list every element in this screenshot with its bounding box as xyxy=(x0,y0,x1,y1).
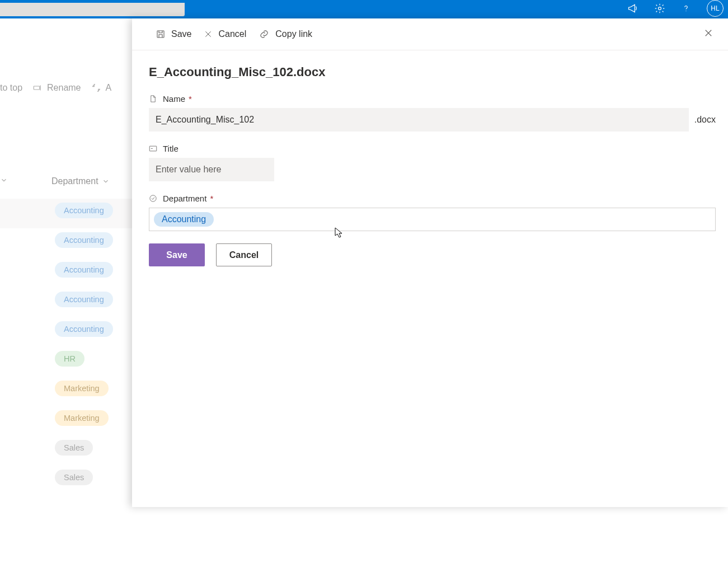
department-pill[interactable]: Accounting xyxy=(55,262,113,278)
choice-icon xyxy=(149,194,157,203)
prev-column-header[interactable] xyxy=(0,176,8,184)
avatar-initials: HL xyxy=(711,4,719,12)
department-pill[interactable]: Sales xyxy=(55,470,93,485)
rename-command[interactable]: Rename xyxy=(32,83,81,93)
help-icon[interactable] xyxy=(681,3,691,15)
svg-rect-3 xyxy=(157,31,164,37)
svg-rect-4 xyxy=(149,146,157,151)
required-asterisk: * xyxy=(210,194,213,203)
pin-to-top-fragment[interactable]: to top xyxy=(0,83,22,93)
department-pill[interactable]: Sales xyxy=(55,440,93,456)
department-column-cells: AccountingAccountingAccountingAccounting… xyxy=(55,203,113,485)
avatar[interactable]: HL xyxy=(707,0,724,17)
file-extension: .docx xyxy=(694,115,716,125)
document-icon xyxy=(149,94,157,104)
close-icon xyxy=(703,28,713,38)
field-name: Name * .docx xyxy=(149,94,716,132)
text-field-icon xyxy=(149,145,157,152)
megaphone-icon[interactable] xyxy=(627,3,638,16)
panel-title: E_Accounting_Misc_102.docx xyxy=(149,65,716,79)
department-pill[interactable]: Accounting xyxy=(55,321,113,337)
edit-properties-panel: Save Cancel Copy link E_Accounting_Misc_… xyxy=(132,18,728,507)
department-tag[interactable]: Accounting xyxy=(154,212,214,227)
chevron-down-icon xyxy=(0,176,8,184)
panel-command-bar: Save Cancel Copy link xyxy=(132,18,728,50)
svg-point-5 xyxy=(150,195,156,201)
department-pill[interactable]: Marketing xyxy=(55,410,109,426)
department-pill[interactable]: Marketing xyxy=(55,381,109,396)
cancel-command[interactable]: Cancel xyxy=(204,29,246,39)
app-launcher-region[interactable] xyxy=(0,3,185,16)
department-input[interactable]: Accounting xyxy=(149,208,716,231)
department-pill[interactable]: HR xyxy=(55,351,84,367)
chevron-down-icon xyxy=(102,177,110,185)
svg-point-1 xyxy=(685,11,686,11)
automate-command-fragment[interactable]: A xyxy=(91,83,112,93)
save-command[interactable]: Save xyxy=(156,29,191,39)
column-header-department[interactable]: Department xyxy=(51,176,110,186)
name-input[interactable] xyxy=(149,108,689,132)
field-department: Department * Accounting xyxy=(149,194,716,231)
save-button[interactable]: Save xyxy=(149,243,205,266)
copy-link-command[interactable]: Copy link xyxy=(259,29,312,39)
suite-header: HL xyxy=(0,0,728,18)
svg-rect-2 xyxy=(34,86,40,90)
title-input[interactable] xyxy=(149,158,274,181)
department-pill[interactable]: Accounting xyxy=(55,232,113,248)
gear-icon[interactable] xyxy=(654,3,665,16)
cancel-button[interactable]: Cancel xyxy=(216,243,272,266)
close-panel-button[interactable] xyxy=(703,28,713,40)
department-pill[interactable]: Accounting xyxy=(55,292,113,307)
department-pill[interactable]: Accounting xyxy=(55,203,113,218)
field-title: Title xyxy=(149,144,716,181)
required-asterisk: * xyxy=(189,94,192,104)
svg-point-0 xyxy=(659,7,661,10)
